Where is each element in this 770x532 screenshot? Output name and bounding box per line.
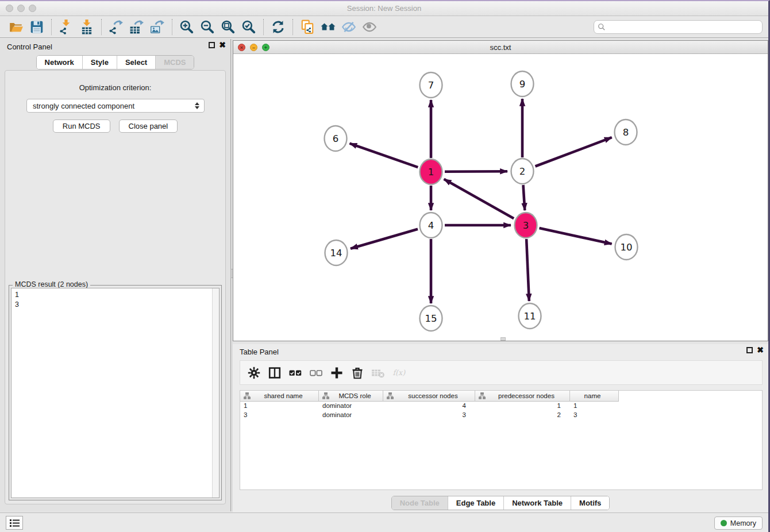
- function-builder-button: f(x): [390, 364, 408, 381]
- graph-edge-2-8[interactable]: [536, 137, 612, 166]
- export-network-button[interactable]: [106, 18, 126, 36]
- table-panel-title: Table Panel: [240, 348, 279, 356]
- refresh-button[interactable]: [268, 18, 288, 36]
- export-image-button[interactable]: [147, 18, 168, 36]
- graph-edge-3-10[interactable]: [540, 228, 612, 244]
- table-cell: 2: [475, 411, 570, 420]
- import-table-button[interactable]: [76, 18, 97, 36]
- graph-node-15[interactable]: 15: [420, 306, 442, 331]
- tab-motifs[interactable]: Motifs: [571, 496, 609, 510]
- open-session-button[interactable]: [6, 18, 26, 36]
- toolbar-separator: [172, 19, 172, 35]
- graph-node-14[interactable]: 14: [325, 240, 348, 265]
- criterion-value: strongly connected component: [33, 102, 195, 110]
- table-row[interactable]: 1dominator411: [240, 402, 762, 411]
- graph-edge-2-3[interactable]: [523, 185, 525, 210]
- run-mcds-button[interactable]: Run MCDS: [53, 119, 110, 133]
- gear-button[interactable]: [245, 364, 263, 381]
- column-header-successor-nodes[interactable]: successor nodes: [383, 391, 475, 402]
- delete-column-icon: [351, 366, 364, 380]
- deselect-all-button[interactable]: [307, 364, 325, 381]
- tab-mcds[interactable]: MCDS: [156, 56, 194, 69]
- network-overview-icon: [321, 20, 336, 34]
- graph-node-2[interactable]: 2: [511, 159, 534, 184]
- clone-network-button[interactable]: [297, 18, 318, 36]
- tab-style[interactable]: Style: [83, 56, 117, 69]
- application-window: Session: New Session: [0, 0, 770, 532]
- column-label: predecessor nodes: [487, 392, 569, 399]
- export-image-icon: [150, 20, 165, 34]
- graph-node-6[interactable]: 6: [325, 126, 347, 151]
- zoom-out-icon: [200, 20, 215, 34]
- export-table-button[interactable]: [126, 18, 147, 36]
- network-canvas[interactable]: 1 2 3 4 6 7 8 9 10 11 14 15: [233, 54, 768, 341]
- import-network-button[interactable]: [56, 18, 76, 36]
- column-header-MCDS-role[interactable]: MCDS role: [319, 391, 383, 402]
- zoom-fit-button[interactable]: [218, 18, 238, 36]
- table-cell: 4: [383, 402, 475, 411]
- zoom-in-button[interactable]: [176, 18, 197, 36]
- optimization-criterion-select[interactable]: strongly connected component: [26, 99, 205, 113]
- tab-network[interactable]: Network: [37, 56, 83, 69]
- delete-column-button[interactable]: [348, 364, 367, 381]
- search-box[interactable]: [594, 20, 763, 34]
- search-input[interactable]: [608, 23, 759, 31]
- result-line: 3: [15, 300, 215, 310]
- tab-node-table[interactable]: Node Table: [392, 496, 448, 510]
- graph-edge-4-14[interactable]: [351, 229, 418, 249]
- save-session-button[interactable]: [26, 18, 47, 36]
- float-table-panel-icon[interactable]: [746, 347, 753, 353]
- tab-network-table[interactable]: Network Table: [504, 496, 571, 510]
- hide-details-button[interactable]: [338, 18, 359, 36]
- graph-node-1[interactable]: 1: [420, 159, 442, 184]
- close-table-panel-icon[interactable]: ✖: [757, 347, 764, 353]
- table-panel: Table Panel ✖ f(x) shared name MCDS role…: [233, 344, 768, 512]
- toolbar-separator: [51, 19, 52, 35]
- graph-node-10[interactable]: 10: [615, 234, 638, 260]
- graph-edge-1-2[interactable]: [445, 171, 507, 172]
- graph-node-4[interactable]: 4: [420, 213, 442, 238]
- tab-select[interactable]: Select: [117, 56, 156, 69]
- graph-edge-1-6[interactable]: [350, 144, 418, 168]
- graph-node-11[interactable]: 11: [519, 303, 541, 329]
- column-header-predecessor-nodes[interactable]: predecessor nodes: [475, 391, 570, 402]
- graph-node-3[interactable]: 3: [515, 213, 537, 238]
- table-tabs: Node TableEdge TableNetwork TableMotifs: [233, 496, 768, 510]
- svg-text:11: 11: [524, 311, 536, 322]
- graph-node-8[interactable]: 8: [615, 119, 637, 145]
- close-panel-icon[interactable]: ✖: [219, 42, 226, 48]
- zoom-in-icon: [179, 20, 194, 34]
- column-header-shared-name[interactable]: shared name: [240, 391, 319, 402]
- memory-status-icon: [721, 520, 727, 526]
- canvas-resize-handle[interactable]: [500, 337, 506, 341]
- zoom-selected-button[interactable]: [238, 18, 259, 36]
- table-row[interactable]: 3dominator323: [240, 411, 762, 420]
- graph-edge-3-11[interactable]: [526, 239, 529, 301]
- graph-node-9[interactable]: 9: [511, 71, 534, 97]
- select-all-button[interactable]: [286, 364, 305, 381]
- columns-button[interactable]: [265, 364, 284, 381]
- toolbar-groups: [6, 18, 380, 36]
- select-all-icon: [288, 366, 302, 380]
- add-column-button[interactable]: [328, 364, 346, 381]
- table-cell: 1: [475, 402, 570, 411]
- svg-text:4: 4: [428, 220, 434, 231]
- scrollbar-track[interactable]: [212, 288, 219, 498]
- column-header-name[interactable]: name: [570, 391, 619, 402]
- zoom-out-button[interactable]: [197, 18, 218, 36]
- float-panel-icon[interactable]: [209, 42, 215, 48]
- close-panel-button[interactable]: Close panel: [119, 119, 178, 133]
- network-overview-button[interactable]: [318, 18, 338, 36]
- memory-button[interactable]: Memory: [714, 516, 763, 530]
- show-details-button[interactable]: [359, 18, 380, 36]
- mcds-result-text[interactable]: 1 3: [11, 288, 220, 498]
- toolbar-separator: [263, 19, 264, 35]
- graph-node-7[interactable]: 7: [420, 72, 442, 98]
- task-history-button[interactable]: [6, 516, 23, 530]
- tab-edge-table[interactable]: Edge Table: [448, 496, 504, 510]
- graph-edge-3-1[interactable]: [444, 179, 514, 218]
- control-panel-header: Control Panel ✖: [0, 39, 230, 54]
- table-panel-header: Table Panel ✖: [233, 344, 768, 359]
- mcds-panel: Optimization criterion: strongly connect…: [5, 70, 226, 504]
- table-cell: 1: [570, 402, 619, 411]
